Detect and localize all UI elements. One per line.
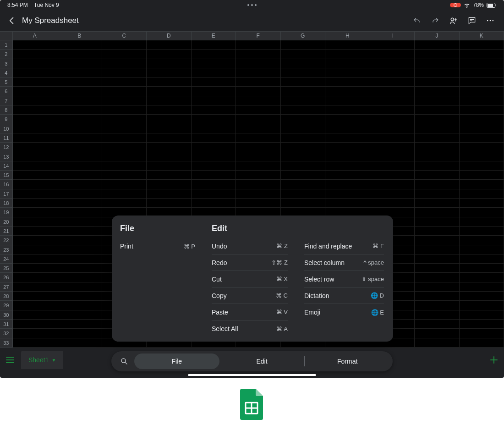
cell[interactable] — [460, 320, 504, 329]
cell[interactable] — [147, 77, 192, 87]
row-header[interactable]: 31 — [0, 320, 13, 329]
row-header[interactable]: 20 — [0, 217, 13, 227]
cell[interactable] — [370, 199, 415, 208]
cell[interactable] — [415, 320, 460, 329]
cell[interactable] — [102, 50, 147, 59]
column-header[interactable]: C — [102, 32, 147, 40]
cell[interactable] — [460, 292, 504, 301]
cell[interactable] — [325, 124, 370, 133]
cell[interactable] — [415, 50, 460, 59]
cell[interactable] — [370, 133, 415, 143]
cell[interactable] — [281, 50, 326, 59]
cell[interactable] — [57, 282, 102, 292]
cell[interactable] — [370, 115, 415, 124]
row-header[interactable]: 33 — [0, 338, 13, 348]
cell[interactable] — [147, 105, 192, 115]
cell[interactable] — [57, 264, 102, 273]
cell[interactable] — [460, 245, 504, 254]
cell[interactable] — [236, 152, 281, 161]
cell[interactable] — [57, 77, 102, 87]
cell[interactable] — [325, 68, 370, 77]
cell[interactable] — [192, 199, 236, 208]
cell[interactable] — [102, 161, 147, 171]
cell[interactable] — [415, 161, 460, 171]
cell[interactable] — [415, 68, 460, 77]
cell[interactable] — [460, 77, 504, 87]
cell[interactable] — [325, 171, 370, 180]
add-sheet-button[interactable] — [484, 355, 504, 365]
cell[interactable] — [460, 329, 504, 338]
cell[interactable] — [281, 77, 326, 87]
cell[interactable] — [13, 264, 58, 273]
cell[interactable] — [460, 264, 504, 273]
column-header[interactable]: H — [325, 32, 370, 40]
cell[interactable] — [415, 227, 460, 236]
cell[interactable] — [57, 254, 102, 264]
row-header[interactable]: 8 — [0, 105, 13, 115]
cell[interactable] — [102, 40, 147, 50]
cell[interactable] — [460, 143, 504, 152]
cell[interactable] — [13, 59, 58, 68]
cell[interactable] — [57, 87, 102, 96]
search-button[interactable] — [114, 357, 134, 365]
cell[interactable] — [147, 161, 192, 171]
cell[interactable] — [415, 152, 460, 161]
cell[interactable] — [57, 217, 102, 227]
cell[interactable] — [281, 152, 326, 161]
cell[interactable] — [13, 320, 58, 329]
cell[interactable] — [325, 180, 370, 189]
column-header[interactable]: D — [147, 32, 192, 40]
cell[interactable] — [460, 236, 504, 245]
row-header[interactable]: 22 — [0, 236, 13, 245]
cell[interactable] — [370, 189, 415, 199]
cell[interactable] — [192, 68, 236, 77]
share-button[interactable] — [445, 12, 462, 29]
cell[interactable] — [102, 124, 147, 133]
cell[interactable] — [415, 236, 460, 245]
cell[interactable] — [13, 77, 58, 87]
cell[interactable] — [460, 161, 504, 171]
cell[interactable] — [57, 180, 102, 189]
cell[interactable] — [13, 189, 58, 199]
cell[interactable] — [281, 124, 326, 133]
cell[interactable] — [415, 171, 460, 180]
row-header[interactable]: 3 — [0, 59, 13, 68]
cell[interactable] — [13, 199, 58, 208]
cell[interactable] — [57, 161, 102, 171]
cell[interactable] — [370, 152, 415, 161]
menu-item[interactable]: Find and replace⌘ F — [304, 238, 384, 254]
cell[interactable] — [281, 199, 326, 208]
cell[interactable] — [57, 171, 102, 180]
cell[interactable] — [102, 59, 147, 68]
cell[interactable] — [13, 68, 58, 77]
cell[interactable] — [460, 227, 504, 236]
cell[interactable] — [13, 227, 58, 236]
menu-item[interactable]: Select All⌘ A — [212, 320, 288, 337]
cell[interactable] — [236, 68, 281, 77]
cell[interactable] — [325, 87, 370, 96]
cell[interactable] — [57, 245, 102, 254]
cell[interactable] — [57, 124, 102, 133]
row-header[interactable]: 19 — [0, 208, 13, 217]
cell[interactable] — [281, 143, 326, 152]
cell[interactable] — [325, 152, 370, 161]
cell[interactable] — [415, 143, 460, 152]
cell[interactable] — [102, 133, 147, 143]
cell[interactable] — [13, 236, 58, 245]
cell[interactable] — [13, 40, 58, 50]
cell[interactable] — [460, 301, 504, 310]
cell[interactable] — [147, 59, 192, 68]
cell[interactable] — [460, 338, 504, 348]
cell[interactable] — [13, 50, 58, 59]
cell[interactable] — [13, 329, 58, 338]
cell[interactable] — [57, 338, 102, 348]
cell[interactable] — [236, 180, 281, 189]
cell[interactable] — [370, 87, 415, 96]
cell[interactable] — [147, 143, 192, 152]
cell[interactable] — [102, 96, 147, 105]
cell[interactable] — [102, 180, 147, 189]
cell[interactable] — [415, 115, 460, 124]
cell[interactable] — [281, 171, 326, 180]
column-header[interactable]: F — [236, 32, 281, 40]
column-header[interactable]: G — [281, 32, 326, 40]
